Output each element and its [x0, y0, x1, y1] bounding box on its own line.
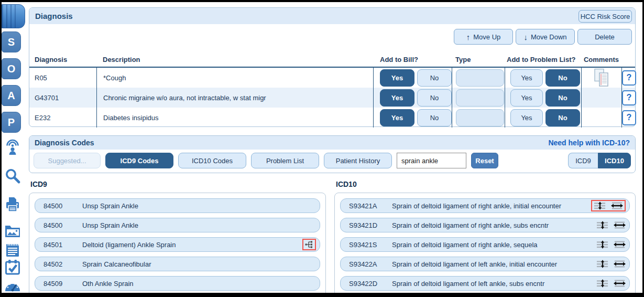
bill-yes-button[interactable]: Yes — [380, 69, 414, 87]
move-up-label: Move Up — [473, 33, 500, 41]
diagnosis-row: G43701 Chronic migraine w/o aura, not in… — [29, 88, 635, 108]
icd9-description: Oth Ankle Sprain — [82, 280, 320, 288]
icd10-item[interactable]: S93421D Sprain of deltoid ligament of ri… — [340, 218, 630, 232]
tab-assessment[interactable]: A — [2, 85, 21, 106]
icd9-item[interactable]: 84500 Unsp Sprain Ankle — [35, 218, 320, 232]
icd9-item[interactable]: 84500 Unsp Sprain Ankle — [35, 198, 320, 213]
icd9-description: Deltoid (ligament) Ankle Sprain — [82, 241, 302, 249]
diagnosis-code: G43701 — [29, 88, 96, 108]
down-arrow-icon: ↓ — [523, 33, 528, 41]
patient-history-tab[interactable]: Patient History — [324, 153, 392, 168]
diagnosis-panel-header: Diagnosis — [29, 8, 635, 24]
diagnosis-row: R05 *Cough Yes No Yes No — [29, 68, 635, 88]
tab-subjective[interactable]: S — [2, 31, 21, 52]
type-field[interactable] — [456, 109, 504, 126]
bill-yes-button[interactable]: Yes — [380, 109, 414, 126]
icd10-list-label: ICD10 — [336, 180, 357, 188]
row-width-resize-icon[interactable] — [614, 279, 626, 288]
problem-yes-button[interactable]: Yes — [510, 89, 543, 107]
move-up-button[interactable]: ↑ Move Up — [454, 29, 513, 45]
icd10-item[interactable]: S93421A Sprain of deltoid ligament of ri… — [340, 198, 630, 213]
hcc-risk-score-button[interactable]: HCC Risk Score — [578, 10, 632, 23]
toggle-icd10[interactable]: ICD10 — [598, 153, 631, 168]
bill-no-button[interactable]: No — [417, 109, 452, 126]
problem-no-button[interactable]: No — [545, 109, 580, 126]
icd10-description: Sprain of deltoid ligament of right ankl… — [392, 221, 596, 229]
tab-plan[interactable]: P — [2, 112, 21, 133]
type-field[interactable] — [456, 69, 504, 87]
row-height-resize-icon[interactable] — [596, 260, 608, 268]
icd9-item[interactable]: 84502 Sprain Calcaneofibular — [35, 257, 320, 271]
up-arrow-icon: ↑ — [466, 33, 471, 41]
problem-no-button[interactable]: No — [545, 89, 580, 107]
diagnosis-panel-title: Diagnosis — [35, 12, 73, 20]
col-description: Description — [96, 56, 373, 67]
photos-icon[interactable] — [4, 223, 21, 240]
icd9-description: Sprain Calcaneofibular — [82, 260, 320, 268]
icd10-item[interactable]: S93422A Sprain of deltoid ligament of le… — [340, 257, 630, 271]
icd9-code: 84502 — [35, 260, 82, 268]
col-diagnosis: Diagnosis — [29, 56, 96, 67]
sidebar-grip-handle[interactable] — [2, 4, 25, 28]
bill-no-button[interactable]: No — [417, 89, 452, 107]
problem-yes-button[interactable]: Yes — [510, 109, 543, 126]
icd9-item[interactable]: 84501 Deltoid (ligament) Ankle Sprain — [35, 237, 320, 252]
icd10-code: S93421A — [341, 202, 392, 210]
help-button[interactable]: ? — [622, 90, 636, 105]
icd10-item[interactable]: S93422D Sprain of deltoid ligament of le… — [340, 276, 630, 291]
icd9-code: 84500 — [35, 221, 82, 229]
row-height-resize-icon[interactable] — [596, 240, 608, 249]
icd10-item[interactable]: S93421S Sprain of deltoid ligament of ri… — [340, 237, 630, 252]
diagnosis-panel: Diagnosis HCC Risk Score ↑ Move Up ↓ Mov… — [29, 7, 636, 127]
icd9-codes-tab[interactable]: ICD9 Codes — [105, 153, 173, 168]
notes-icon[interactable] — [4, 241, 21, 258]
icd9-item[interactable]: 84509 Oth Ankle Sprain — [35, 276, 320, 291]
code-hierarchy-icon[interactable] — [305, 240, 313, 249]
col-comments: Comments — [581, 56, 621, 67]
row-width-resize-icon[interactable] — [614, 260, 626, 268]
col-add-to-bill: Add to Bill? — [373, 56, 452, 67]
diagnosis-description: Diabetes insipidus — [96, 108, 373, 128]
icd10-description: Sprain of deltoid ligament of right ankl… — [392, 202, 591, 210]
search-icon[interactable] — [4, 167, 21, 184]
icd10-code: S93422A — [341, 260, 392, 268]
diagnosis-codes-header: Diagnosis Codes Need help with ICD-10? — [29, 136, 635, 150]
move-down-button[interactable]: ↓ Move Down — [516, 29, 575, 45]
dictation-icon[interactable] — [4, 139, 21, 155]
problem-yes-button[interactable]: Yes — [510, 69, 543, 87]
icd10-description: Sprain of deltoid ligament of right ankl… — [392, 241, 596, 249]
calendar-check-icon[interactable] — [4, 259, 21, 275]
paste-comment-icon[interactable] — [592, 68, 612, 87]
icd10-help-link[interactable]: Need help with ICD-10? — [548, 139, 630, 147]
gauge-icon[interactable] — [4, 277, 21, 293]
bill-yes-button[interactable]: Yes — [380, 89, 414, 107]
toggle-icd9[interactable]: ICD9 — [568, 153, 598, 168]
help-button[interactable]: ? — [622, 70, 636, 86]
row-width-resize-icon[interactable] — [611, 201, 623, 210]
bill-no-button[interactable]: No — [417, 69, 452, 87]
delete-button[interactable]: Delete — [577, 29, 632, 45]
diagnosis-codes-panel: Diagnosis Codes Need help with ICD-10? S… — [29, 135, 636, 173]
problem-list-tab[interactable]: Problem List — [251, 153, 319, 168]
printer-icon[interactable] — [4, 196, 21, 213]
suggested-button[interactable]: Suggested... — [34, 153, 101, 168]
diagnosis-description: Chronic migraine w/o aura, not intractab… — [96, 88, 373, 108]
row-height-resize-icon[interactable] — [596, 279, 608, 288]
row-height-resize-icon[interactable] — [596, 221, 608, 229]
problem-no-button[interactable]: No — [545, 69, 580, 87]
icd9-code: 84500 — [35, 202, 82, 210]
row-height-resize-icon[interactable] — [594, 201, 606, 210]
icd10-description: Sprain of deltoid ligament of left ankle… — [392, 260, 596, 268]
code-search-input[interactable] — [397, 153, 466, 168]
icd10-codes-tab[interactable]: ICD10 Codes — [178, 153, 246, 168]
reset-button[interactable]: Reset — [471, 153, 498, 168]
codes-toolbar: Suggested... ICD9 Codes ICD10 Codes Prob… — [29, 150, 635, 172]
help-button[interactable]: ? — [622, 110, 636, 125]
tab-objective[interactable]: O — [2, 58, 21, 79]
diagnosis-code: R05 — [29, 68, 96, 88]
row-width-resize-icon[interactable] — [614, 240, 626, 249]
icd9-description: Unsp Sprain Ankle — [82, 202, 320, 210]
icd9-code: 84501 — [35, 241, 82, 249]
row-width-resize-icon[interactable] — [614, 221, 626, 229]
type-field[interactable] — [456, 89, 504, 107]
